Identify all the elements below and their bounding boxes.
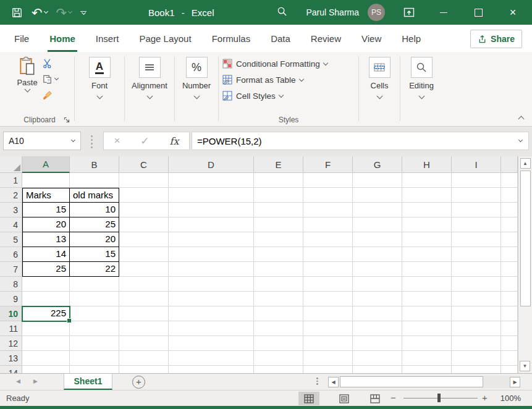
cell-G4[interactable]	[353, 217, 402, 232]
cell-H1[interactable]	[402, 173, 452, 188]
cell-H12[interactable]	[402, 336, 452, 351]
scroll-down-icon[interactable]: ▼	[520, 361, 530, 371]
cell-I5[interactable]	[452, 232, 501, 247]
cell-F12[interactable]	[303, 336, 353, 351]
cell-A5[interactable]: 13	[22, 232, 70, 247]
cell-partial-2[interactable]	[501, 188, 518, 203]
alignment-group[interactable]: Alignment	[125, 52, 174, 126]
save-button[interactable]	[11, 7, 23, 19]
copy-dropdown-icon[interactable]	[54, 76, 59, 80]
cell-partial-10[interactable]	[501, 306, 518, 321]
cell-F2[interactable]	[303, 188, 353, 203]
number-dropdown-icon[interactable]	[193, 93, 200, 99]
conditional-formatting-dropdown-icon[interactable]	[323, 60, 328, 65]
copy-button[interactable]	[42, 74, 58, 85]
tabbar-resize-handle[interactable]	[316, 377, 318, 385]
cell-A13[interactable]	[22, 351, 70, 366]
share-button[interactable]: Share	[470, 30, 522, 48]
cell-G3[interactable]	[353, 203, 402, 217]
cell-F9[interactable]	[303, 292, 353, 306]
cell-H4[interactable]	[402, 217, 452, 232]
cell-A7[interactable]: 25	[22, 262, 70, 277]
scroll-left-icon[interactable]: ◀	[328, 377, 339, 387]
cell-G1[interactable]	[353, 173, 402, 188]
cell-D10[interactable]	[169, 306, 254, 321]
new-sheet-button[interactable]: +	[132, 376, 145, 389]
cell-partial-8[interactable]	[501, 277, 518, 292]
cell-E12[interactable]	[254, 336, 303, 351]
scroll-right-icon[interactable]: ▶	[510, 377, 520, 387]
tab-help[interactable]: Help	[400, 25, 423, 52]
clipboard-dialog-launcher-icon[interactable]	[63, 116, 70, 124]
paste-button[interactable]: Paste	[14, 56, 41, 91]
cell-G13[interactable]	[353, 351, 402, 366]
alignment-dropdown-icon[interactable]	[146, 93, 153, 99]
cell-G12[interactable]	[353, 336, 402, 351]
avatar[interactable]: PS	[368, 4, 385, 21]
cell-E11[interactable]	[254, 321, 303, 336]
cell-D8[interactable]	[169, 277, 254, 292]
cell-I11[interactable]	[452, 321, 501, 336]
cell-B1[interactable]	[70, 173, 119, 188]
select-all-corner[interactable]	[0, 156, 22, 173]
cell-F3[interactable]	[303, 203, 353, 217]
column-header-G[interactable]: G	[353, 156, 402, 173]
cell-partial-3[interactable]	[501, 203, 518, 217]
tab-formulas[interactable]: Formulas	[210, 25, 253, 52]
cell-B13[interactable]	[70, 351, 119, 366]
cell-H3[interactable]	[402, 203, 452, 217]
cell-E3[interactable]	[254, 203, 303, 217]
undo-dropdown-icon[interactable]	[44, 9, 48, 14]
editing-dropdown-icon[interactable]	[418, 93, 424, 99]
format-as-table-dropdown-icon[interactable]	[298, 76, 303, 81]
cell-E6[interactable]	[254, 247, 303, 262]
scroll-up-icon[interactable]: ▲	[520, 158, 531, 169]
cell-E9[interactable]	[254, 292, 303, 306]
column-header-B[interactable]: B	[70, 156, 119, 173]
column-header-I[interactable]: I	[452, 156, 501, 173]
cell-F8[interactable]	[303, 277, 353, 292]
cell-C3[interactable]	[119, 203, 169, 217]
cell-F5[interactable]	[303, 232, 353, 247]
row-header-12[interactable]: 12	[0, 336, 22, 351]
format-as-table-button[interactable]: Format as Table	[222, 72, 358, 88]
cell-H11[interactable]	[402, 321, 452, 336]
cell-G9[interactable]	[353, 292, 402, 306]
cell-F11[interactable]	[303, 321, 353, 336]
cell-I1[interactable]	[452, 173, 501, 188]
cell-I4[interactable]	[452, 217, 501, 232]
cell-D9[interactable]	[169, 292, 254, 306]
cell-F14[interactable]	[303, 366, 353, 373]
cell-G6[interactable]	[353, 247, 402, 262]
cells-group[interactable]: Cells	[359, 52, 400, 126]
cell-A1[interactable]	[22, 173, 70, 188]
vertical-scroll-thumb[interactable]	[520, 171, 531, 306]
fill-handle[interactable]	[67, 318, 72, 323]
tab-page-layout[interactable]: Page Layout	[137, 25, 193, 52]
cell-G2[interactable]	[353, 188, 402, 203]
cell-partial-9[interactable]	[501, 292, 518, 306]
cell-H13[interactable]	[402, 351, 452, 366]
row-header-6[interactable]: 6	[0, 247, 22, 262]
cell-A11[interactable]	[22, 321, 70, 336]
cell-D6[interactable]	[169, 247, 254, 262]
zoom-level[interactable]: 100%	[500, 394, 521, 403]
paste-dropdown-icon[interactable]	[24, 86, 30, 93]
customize-quick-access-button[interactable]	[80, 11, 87, 14]
number-group[interactable]: % Number	[175, 52, 218, 126]
cell-E7[interactable]	[254, 262, 303, 277]
sheet-tab-sheet1[interactable]: Sheet1	[64, 374, 112, 390]
cell-I2[interactable]	[452, 188, 501, 203]
cell-H9[interactable]	[402, 292, 452, 306]
cell-I3[interactable]	[452, 203, 501, 217]
format-painter-button[interactable]	[42, 90, 58, 101]
cell-C9[interactable]	[119, 292, 169, 306]
cell-G10[interactable]	[353, 306, 402, 321]
close-button[interactable]: ×	[506, 6, 520, 19]
account-name[interactable]: Parul Sharma	[306, 7, 359, 17]
cell-G14[interactable]	[353, 366, 402, 373]
cell-E2[interactable]	[254, 188, 303, 203]
cell-H2[interactable]	[402, 188, 452, 203]
cell-E14[interactable]	[254, 366, 303, 373]
row-header-11[interactable]: 11	[0, 321, 22, 336]
